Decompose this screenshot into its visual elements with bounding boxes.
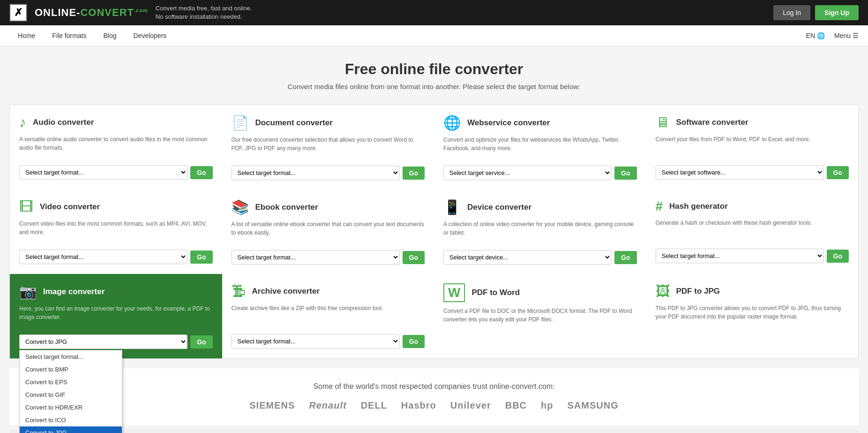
audio-select[interactable]: Select target format... (19, 165, 187, 180)
image-go[interactable]: Go (190, 335, 212, 349)
lang-selector[interactable]: EN 🌐 (806, 32, 825, 39)
document-controls: Select target format... Go (232, 166, 425, 180)
brand-hp: hp (541, 400, 553, 411)
webservice-go[interactable]: Go (614, 167, 636, 180)
header-buttons: Log In Sign Up (773, 5, 859, 20)
hash-desc: Generate a hash or checksum with these h… (656, 219, 849, 242)
archive-select[interactable]: Select target format... (232, 334, 400, 349)
brand-samsung: SAMSUNG (567, 400, 618, 411)
archive-title: Archive converter (252, 287, 320, 296)
hash-icon: # (656, 199, 663, 214)
webservice-select[interactable]: Select target service... (443, 166, 612, 180)
card-audio-header: ♪ Audio converter (19, 114, 213, 130)
dropdown-item-placeholder[interactable]: Select target format... (20, 350, 122, 363)
video-go[interactable]: Go (190, 251, 212, 264)
video-select[interactable]: Select target format... (19, 250, 187, 264)
converter-grid: ♪ Audio converter A versatile online aud… (9, 105, 859, 359)
video-controls: Select target format... Go (19, 250, 213, 264)
hash-go[interactable]: Go (827, 250, 849, 263)
archive-go[interactable]: Go (403, 335, 425, 348)
nav-developers[interactable]: Developers (125, 25, 175, 46)
device-select[interactable]: Select target device... (443, 250, 612, 265)
card-ebook-header: 📚 Ebook converter (232, 199, 425, 215)
pdf-jpg-icon: 🖼 (656, 283, 670, 299)
login-button[interactable]: Log In (773, 5, 810, 20)
webservice-controls: Select target service... Go (443, 166, 637, 180)
document-go[interactable]: Go (403, 167, 425, 180)
nav: Home File formats Blog Developers EN 🌐 M… (0, 25, 868, 46)
card-pdf-jpg: 🖼 PDF to JPG This PDF to JPG converter a… (646, 274, 859, 358)
video-icon: 🎞 (19, 199, 33, 215)
software-go[interactable]: Go (827, 166, 849, 179)
card-software: 🖥 Software converter Convert your files … (646, 105, 859, 190)
device-go[interactable]: Go (614, 251, 636, 264)
video-title: Video converter (40, 202, 100, 212)
dropdown-item-hdr[interactable]: Convert to HDR/EXR (20, 401, 122, 414)
brand-dell: DELL (361, 400, 387, 411)
brand-siemens: SIEMENS (249, 400, 295, 411)
nav-file-formats[interactable]: File formats (44, 25, 95, 46)
card-document: 📄 Document converter Our free document c… (222, 105, 434, 190)
software-desc: Convert your files from PDF to Word, PDF… (656, 135, 849, 159)
dropdown-item-bmp[interactable]: Convert to BMP (20, 363, 122, 376)
device-controls: Select target device... Go (443, 250, 637, 265)
archive-icon: 🗜 (232, 283, 246, 299)
ebook-title: Ebook converter (255, 203, 318, 212)
ebook-controls: Select target format... Go (232, 250, 425, 265)
dropdown-item-jpg[interactable]: Convert to JPG (20, 426, 122, 433)
software-title: Software converter (676, 118, 748, 127)
logo-box: ✗ (9, 4, 27, 22)
audio-desc: A versatile online audio converter to co… (19, 135, 213, 159)
brand-hasbro: Hasbro (401, 400, 436, 411)
document-icon: 📄 (232, 114, 249, 131)
pdf-word-icon: W (443, 283, 465, 302)
menu-button[interactable]: Menu ☰ (834, 32, 859, 39)
hash-select[interactable]: Select target format... (656, 249, 824, 263)
pdf-jpg-desc: This PDF to JPG converter allows you to … (656, 304, 849, 327)
brand-bbc: BBC (505, 400, 527, 411)
pdf-word-title: PDF to Word (471, 288, 520, 297)
image-desc: Here, you can find an image converter fo… (19, 304, 213, 328)
device-icon: 📱 (443, 199, 461, 215)
audio-go[interactable]: Go (190, 166, 212, 179)
device-desc: A collection of online video converter f… (443, 220, 637, 243)
ebook-select[interactable]: Select target format... (232, 250, 400, 265)
card-device: 📱 Device converter A collection of onlin… (434, 190, 646, 274)
dropdown-item-gif[interactable]: Convert to GIF (20, 388, 122, 401)
image-format-select[interactable]: Select target format... Convert to BMP C… (19, 334, 187, 349)
webservice-title: Webservice converter (467, 118, 550, 128)
image-icon: 📷 (19, 283, 37, 300)
card-hash-header: # Hash generator (656, 199, 849, 214)
signup-button[interactable]: Sign Up (815, 5, 859, 20)
card-software-header: 🖥 Software converter (656, 114, 849, 130)
ebook-desc: A list of versatile online ebook convert… (232, 220, 425, 243)
software-icon: 🖥 (656, 114, 670, 130)
document-select[interactable]: Select target format... (232, 166, 400, 180)
ebook-icon: 📚 (232, 199, 249, 215)
audio-title: Audio converter (33, 118, 94, 127)
dropdown-item-eps[interactable]: Convert to EPS (20, 376, 122, 388)
video-desc: Convert video files into the most common… (19, 220, 213, 243)
header: ✗ ONLINE-CONVERT.com Convert media free,… (0, 0, 868, 25)
dropdown-item-ico[interactable]: Convert to ICO (20, 414, 122, 426)
software-select[interactable]: Select target software... (656, 165, 824, 180)
device-title: Device converter (467, 203, 531, 212)
card-webservice-header: 🌐 Webservice converter (443, 114, 637, 131)
nav-blog[interactable]: Blog (95, 25, 125, 46)
software-controls: Select target software... Go (656, 165, 849, 180)
hash-controls: Select target format... Go (656, 249, 849, 263)
logo-icon: ✗ (14, 7, 22, 19)
ebook-go[interactable]: Go (403, 251, 425, 264)
card-image: 📷 Image converter Here, you can find an … (10, 274, 222, 358)
social-section: Stay connected: ★ Bookmark 👍 Like 109K S… (9, 430, 859, 433)
card-hash: # Hash generator Generate a hash or chec… (646, 190, 859, 274)
archive-controls: Select target format... Go (232, 334, 425, 349)
document-title: Document converter (255, 118, 333, 128)
page-title: Free online file converter (9, 61, 859, 78)
card-pdf-word: W PDF to Word Convert a PDF file to DOC … (434, 274, 646, 358)
nav-home[interactable]: Home (9, 25, 44, 46)
image-dropdown-menu: Select target format... Convert to BMP C… (19, 350, 122, 433)
menu-label: Menu (834, 32, 851, 39)
hash-title: Hash generator (669, 202, 728, 211)
brand-renault: Renault (309, 400, 346, 411)
